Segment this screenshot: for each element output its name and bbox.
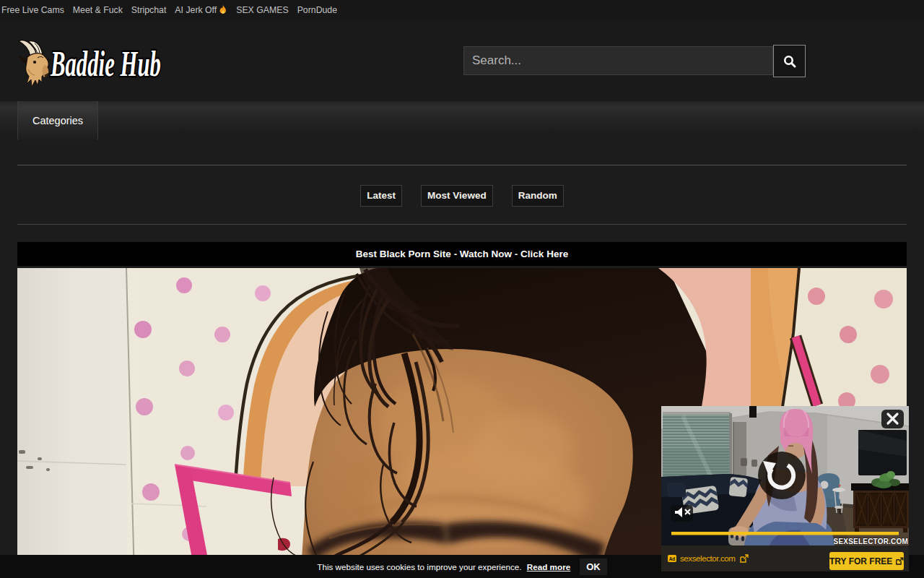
svg-text:Baddie Hub: Baddie Hub xyxy=(50,43,161,83)
svg-text:SEXSELECTOR.COM: SEXSELECTOR.COM xyxy=(834,538,908,545)
